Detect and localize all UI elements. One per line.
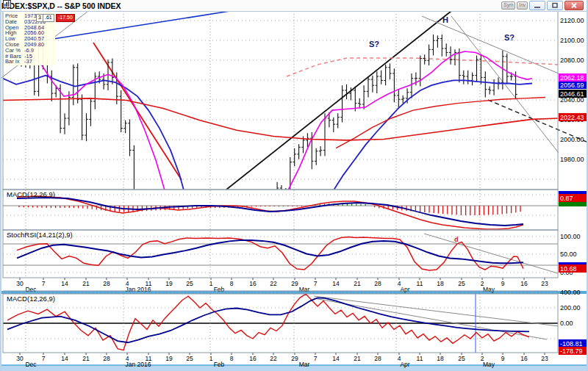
close-button[interactable] xyxy=(564,1,584,10)
svg-text:Dec: Dec xyxy=(25,361,37,368)
svg-text:-108.81: -108.81 xyxy=(560,340,583,347)
svg-text:2080.00: 2080.00 xyxy=(560,57,584,64)
svg-text:11: 11 xyxy=(417,280,423,287)
measure-box-b: .61 xyxy=(43,14,54,22)
svg-text:18: 18 xyxy=(437,280,444,287)
svg-text:2100.00: 2100.00 xyxy=(560,37,584,44)
pane-borders xyxy=(3,11,558,353)
qcharts-window: INDEX:$SPX,D -- S&P 500 INDEX Sym Inv Pr… xyxy=(0,0,588,371)
svg-text:21: 21 xyxy=(82,355,90,362)
svg-text:9: 9 xyxy=(501,280,505,287)
svg-text:28: 28 xyxy=(374,355,381,362)
svg-text:10.68: 10.68 xyxy=(560,265,577,273)
quote-row: Bar Ix-37 xyxy=(5,59,54,65)
svg-text:7: 7 xyxy=(42,280,46,287)
sym-button[interactable]: Sym xyxy=(501,1,515,10)
svg-text:Jan 2016: Jan 2016 xyxy=(126,361,151,368)
svg-text:14: 14 xyxy=(332,280,340,287)
svg-text:Feb: Feb xyxy=(214,286,225,293)
measure-box-change: -17.50 xyxy=(56,14,75,22)
titlebar-buttons: Sym Inv xyxy=(500,1,587,10)
inv-button[interactable]: Inv xyxy=(517,1,528,10)
svg-text:2046.61: 2046.61 xyxy=(560,90,584,98)
svg-text:Jan 2016: Jan 2016 xyxy=(126,286,151,293)
chart-window-icon xyxy=(3,0,11,8)
svg-text:21: 21 xyxy=(82,280,90,287)
svg-text:28: 28 xyxy=(103,280,110,287)
svg-text:18: 18 xyxy=(437,355,444,362)
macd-pane xyxy=(17,196,523,229)
pattern-annotation: S? xyxy=(504,33,514,42)
svg-text:2000.00: 2000.00 xyxy=(560,136,584,143)
svg-text:14: 14 xyxy=(61,280,68,287)
svg-text:Mar: Mar xyxy=(299,286,310,293)
stochrsi-pane xyxy=(17,234,558,273)
svg-text:1: 1 xyxy=(209,280,213,287)
svg-text:Mar: Mar xyxy=(299,361,310,368)
svg-text:May: May xyxy=(483,361,495,368)
svg-text:100.00: 100.00 xyxy=(560,233,581,240)
svg-text:Apr: Apr xyxy=(400,361,409,368)
svg-text:29: 29 xyxy=(291,355,298,362)
svg-text:11: 11 xyxy=(417,355,423,362)
svg-text:28: 28 xyxy=(103,355,110,362)
svg-text:400.00: 400.00 xyxy=(560,289,581,296)
svg-text:0.00: 0.00 xyxy=(560,320,573,327)
gridlines xyxy=(3,11,558,353)
svg-text:14: 14 xyxy=(61,355,68,362)
title-bar[interactable]: INDEX:$SPX,D -- S&P 500 INDEX Sym Inv xyxy=(1,0,587,12)
svg-text:16: 16 xyxy=(249,355,257,362)
svg-text:Apr: Apr xyxy=(400,286,409,293)
minimize-button[interactable] xyxy=(529,1,545,10)
svg-text:2022.43: 2022.43 xyxy=(560,114,584,121)
restore-button[interactable] xyxy=(547,1,563,10)
svg-text:16: 16 xyxy=(249,280,257,287)
axis-badges: 2056.592062.182046.612022.430.8710.68-10… xyxy=(559,73,588,355)
svg-text:25: 25 xyxy=(186,355,193,362)
svg-text:Dec: Dec xyxy=(25,286,37,293)
stochrsi-pane-label: StochRSI(14,21(2),9) xyxy=(7,231,73,239)
svg-text:7: 7 xyxy=(42,355,46,362)
svg-text:2056.59: 2056.59 xyxy=(560,82,584,89)
svg-text:50.00: 50.00 xyxy=(560,251,577,258)
close-icon xyxy=(565,1,583,10)
svg-text:-178.79: -178.79 xyxy=(560,347,583,355)
pattern-annotation: H xyxy=(442,15,448,24)
chart-canvas[interactable]: 3071421284111925181622297142128411182529… xyxy=(1,0,588,371)
svg-text:30: 30 xyxy=(16,355,24,362)
svg-text:14: 14 xyxy=(332,355,340,362)
svg-text:23: 23 xyxy=(541,355,548,362)
svg-text:21: 21 xyxy=(354,355,361,362)
svg-text:21: 21 xyxy=(354,280,361,287)
svg-text:7: 7 xyxy=(314,355,318,362)
svg-text:200.00: 200.00 xyxy=(560,304,581,311)
y-axis-labels: 2120.002100.002080.002060.002040.002020.… xyxy=(560,17,584,327)
svg-text:29: 29 xyxy=(291,280,298,287)
svg-text:8: 8 xyxy=(230,280,234,287)
svg-text:1: 1 xyxy=(209,355,213,362)
svg-text:22: 22 xyxy=(270,355,277,362)
svg-text:19: 19 xyxy=(165,280,173,287)
svg-text:Feb: Feb xyxy=(214,361,225,368)
minimize-icon xyxy=(530,1,545,10)
svg-text:22: 22 xyxy=(270,280,277,287)
candlesticks xyxy=(20,34,517,317)
svg-text:28: 28 xyxy=(374,280,381,287)
svg-text:30: 30 xyxy=(16,280,24,287)
svg-text:16: 16 xyxy=(520,280,528,287)
svg-text:23: 23 xyxy=(541,280,548,287)
svg-text:2062.18: 2062.18 xyxy=(560,74,584,82)
stoch-annotation: d xyxy=(454,236,459,243)
svg-text:0.87: 0.87 xyxy=(560,195,573,202)
svg-text:25: 25 xyxy=(186,280,193,287)
svg-text:2120.00: 2120.00 xyxy=(560,17,584,24)
svg-text:1980.00: 1980.00 xyxy=(560,156,584,163)
pattern-annotation: S? xyxy=(369,40,379,48)
macd-pane-label: MACD(12,26,9) xyxy=(7,190,55,198)
svg-text:May: May xyxy=(483,286,495,293)
svg-text:7: 7 xyxy=(314,280,318,287)
svg-text:25: 25 xyxy=(458,355,465,362)
window-title: INDEX:$SPX,D -- S&P 500 INDEX xyxy=(1,1,121,10)
svg-text:16: 16 xyxy=(520,355,528,362)
svg-text:25: 25 xyxy=(458,280,465,287)
